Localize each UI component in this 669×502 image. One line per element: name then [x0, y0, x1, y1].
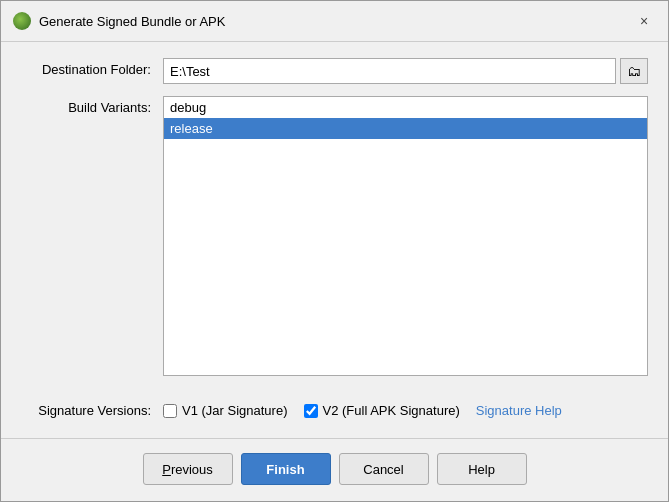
v2-checkbox-label[interactable]: V2 (Full APK Signature)	[304, 403, 460, 418]
destination-folder-field: 🗂	[163, 58, 648, 84]
v1-checkbox-label[interactable]: V1 (Jar Signature)	[163, 403, 288, 418]
app-icon	[13, 12, 31, 30]
destination-folder-label: Destination Folder:	[21, 58, 151, 77]
signature-versions-label: Signature Versions:	[21, 403, 151, 418]
dialog: Generate Signed Bundle or APK × Destinat…	[0, 0, 669, 502]
dialog-title: Generate Signed Bundle or APK	[39, 14, 225, 29]
build-variants-list[interactable]: debug release	[163, 96, 648, 376]
v2-label: V2 (Full APK Signature)	[323, 403, 460, 418]
previous-label: Previous	[162, 462, 213, 477]
divider	[1, 438, 668, 439]
destination-folder-input[interactable]	[163, 58, 616, 84]
build-variants-row: Build Variants: debug release	[21, 96, 648, 391]
previous-button[interactable]: Previous	[143, 453, 233, 485]
signature-help-link[interactable]: Signature Help	[476, 403, 562, 418]
button-row: Previous Finish Cancel Help	[1, 443, 668, 501]
signature-options: V1 (Jar Signature) V2 (Full APK Signatur…	[163, 403, 562, 418]
cancel-button[interactable]: Cancel	[339, 453, 429, 485]
close-button[interactable]: ×	[632, 9, 656, 33]
browse-folder-button[interactable]: 🗂	[620, 58, 648, 84]
v1-label: V1 (Jar Signature)	[182, 403, 288, 418]
v2-checkbox[interactable]	[304, 404, 318, 418]
finish-button[interactable]: Finish	[241, 453, 331, 485]
build-variants-label: Build Variants:	[21, 96, 151, 115]
list-item[interactable]: debug	[164, 97, 647, 118]
title-bar: Generate Signed Bundle or APK ×	[1, 1, 668, 42]
v1-checkbox[interactable]	[163, 404, 177, 418]
dialog-content: Destination Folder: 🗂 Build Variants: de…	[1, 42, 668, 434]
list-item[interactable]: release	[164, 118, 647, 139]
signature-versions-row: Signature Versions: V1 (Jar Signature) V…	[21, 403, 648, 418]
help-button[interactable]: Help	[437, 453, 527, 485]
destination-folder-row: Destination Folder: 🗂	[21, 58, 648, 84]
folder-icon: 🗂	[627, 63, 641, 79]
